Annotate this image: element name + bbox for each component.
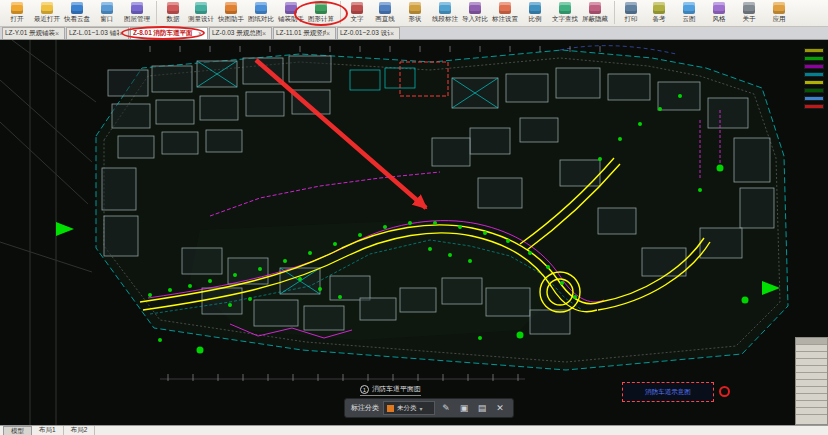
- text-label: 文字: [351, 15, 364, 24]
- data-button[interactable]: 数据: [156, 1, 186, 24]
- draw-line-button[interactable]: 画直线: [370, 1, 400, 24]
- layer-swatch[interactable]: [804, 48, 824, 53]
- fire-lane-legend-box: 消防车道示意图: [622, 382, 714, 402]
- style-button[interactable]: 风格: [704, 1, 734, 24]
- dimension-icon: [439, 2, 451, 14]
- text-search-button[interactable]: 文字查找: [550, 1, 580, 24]
- window-button[interactable]: 窗口: [92, 1, 122, 24]
- layout1-tab[interactable]: 布局1: [32, 426, 64, 435]
- shape-button[interactable]: 形状: [400, 1, 430, 24]
- dimension-label: 线段标注: [432, 15, 458, 24]
- drawing-compare-button[interactable]: 图纸对比: [246, 1, 276, 24]
- annotation-category-dropdown[interactable]: 未分类: [383, 401, 435, 415]
- compare-icon: [255, 2, 267, 14]
- layers-annotation-button[interactable]: ▤: [475, 401, 489, 415]
- paving-assistant-button[interactable]: 铺装助手: [276, 1, 306, 24]
- print-icon: [625, 2, 637, 14]
- layers-icon: [131, 2, 143, 14]
- about-icon: [743, 2, 755, 14]
- quick-assistant-button[interactable]: 快图助手: [216, 1, 246, 24]
- layer-swatch[interactable]: [804, 80, 824, 85]
- tab-grading-plan[interactable]: LZ-11.01 景观竖向平面中…: [273, 27, 336, 39]
- cloud-drawing-label: 云图: [683, 15, 696, 24]
- table-row: [796, 401, 827, 408]
- search-text-label: 文字查找: [552, 15, 578, 24]
- dim-settings-button[interactable]: 标注设置: [490, 1, 520, 24]
- measure-icon: [195, 2, 207, 14]
- close-icon[interactable]: [326, 30, 333, 37]
- layer-swatch[interactable]: [804, 104, 824, 109]
- open-icon: [11, 2, 23, 14]
- edit-annotation-button[interactable]: ✎: [439, 401, 453, 415]
- recent-label: 最近打开: [34, 15, 60, 24]
- close-icon[interactable]: [262, 30, 269, 37]
- property-table-panel[interactable]: [795, 337, 828, 425]
- tab-master-plan[interactable]: LZ-0.03 景观总图平面中…: [209, 27, 272, 39]
- table-row: [796, 366, 827, 373]
- cloud-drawing-button[interactable]: 云图: [674, 1, 704, 24]
- apps-label: 应用: [773, 15, 786, 24]
- close-icon[interactable]: [390, 30, 397, 37]
- notes-button[interactable]: 备考: [644, 1, 674, 24]
- tab-fire-lane-plan[interactable]: Z-8.01 消防车道平面: [130, 27, 208, 39]
- tab-paving-plan[interactable]: LZ-Y.01 景观铺装平面图: [2, 27, 65, 39]
- measure-design-button[interactable]: 测量设计: [186, 1, 216, 24]
- model-space-tab[interactable]: 模型: [3, 426, 32, 435]
- import-compare-button[interactable]: 导入对比: [460, 1, 490, 24]
- close-icon[interactable]: [119, 30, 126, 37]
- tab-design-notes[interactable]: LZ-0.01~2.03 设计说…: [337, 27, 400, 39]
- style-icon: [713, 2, 725, 14]
- apps-button[interactable]: 应用: [764, 1, 794, 24]
- data-icon: [167, 2, 179, 14]
- about-button[interactable]: 关于: [734, 1, 764, 24]
- cad-viewer-window: 打开 最近打开 快看云盘 窗口 图层管理 数据 测量设计 快图助手 图纸对比 铺…: [0, 0, 828, 435]
- measure-label: 测量设计: [188, 15, 214, 24]
- paving-label: 铺装助手: [278, 15, 304, 24]
- close-icon[interactable]: [55, 30, 62, 37]
- close-icon[interactable]: [198, 30, 205, 37]
- shape-icon: [409, 2, 421, 14]
- layer-swatch[interactable]: [804, 88, 824, 93]
- table-row: [796, 408, 827, 415]
- table-row: [796, 387, 827, 394]
- shape-label: 形状: [409, 15, 422, 24]
- layer-color-palette[interactable]: [802, 45, 826, 112]
- notes-label: 备考: [653, 15, 666, 24]
- table-row: [796, 345, 827, 352]
- open-button[interactable]: 打开: [2, 1, 32, 24]
- hide-label: 屏蔽隐藏: [582, 15, 608, 24]
- layer-manager-button[interactable]: 图层管理: [122, 1, 152, 24]
- mask-hide-button[interactable]: 屏蔽隐藏: [580, 1, 610, 24]
- segment-dim-button[interactable]: 线段标注: [430, 1, 460, 24]
- layer-swatch[interactable]: [804, 96, 824, 101]
- tab-label: LZ-Y.01 景观铺装平面图: [5, 29, 55, 38]
- layout2-tab[interactable]: 布局2: [64, 426, 96, 435]
- layer-swatch[interactable]: [804, 72, 824, 77]
- tab-label: LZ-0.01~2.03 设计说…: [340, 29, 390, 38]
- calc-label: 图形计算: [308, 15, 334, 24]
- cloud-drive-button[interactable]: 快看云盘: [62, 1, 92, 24]
- copy-annotation-button[interactable]: ▣: [457, 401, 471, 415]
- table-row: [796, 352, 827, 359]
- print-button[interactable]: 打印: [614, 1, 644, 24]
- layers-label: 图层管理: [124, 15, 150, 24]
- line-label: 画直线: [375, 15, 395, 24]
- paving-icon: [285, 2, 297, 14]
- search-text-icon: [559, 2, 571, 14]
- tab-label: LZ-11.01 景观竖向平面中…: [276, 29, 326, 38]
- drawing-canvas[interactable]: 消防车道示意图 1 消防车道平面图 标注分类 未分类 ✎ ▣ ▤ ✕: [0, 40, 828, 425]
- scale-button[interactable]: 比例: [520, 1, 550, 24]
- recent-open-button[interactable]: 最近打开: [32, 1, 62, 24]
- layer-swatch[interactable]: [804, 64, 824, 69]
- chevron-down-icon: [420, 405, 423, 412]
- layer-swatch[interactable]: [804, 56, 824, 61]
- delete-annotation-button[interactable]: ✕: [493, 401, 507, 415]
- tab-paving-detail[interactable]: LZ-L.01~1.03 铺装详图…: [66, 27, 129, 39]
- plan-index-badge: 1: [360, 385, 369, 394]
- shape-calc-button[interactable]: 图形计算: [306, 1, 336, 24]
- import-icon: [469, 2, 481, 14]
- category-color-chip: [387, 405, 394, 412]
- dropdown-value: 未分类: [397, 404, 417, 413]
- legend-text: 消防车道示意图: [645, 388, 691, 397]
- text-button[interactable]: 文字: [340, 1, 370, 24]
